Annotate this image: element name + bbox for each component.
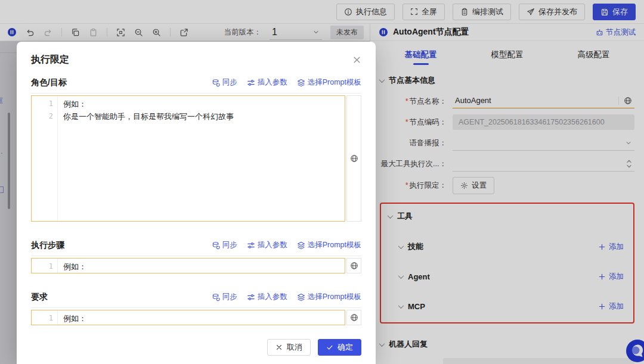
insert-params-icon	[247, 79, 255, 87]
section-role-goal-header: 角色/目标 同步 插入参数 选择Prompt模板	[31, 72, 361, 94]
exec-steps-editor-content: 例如：	[58, 259, 86, 273]
insert-params-icon	[247, 241, 255, 250]
exec-steps-editor[interactable]: 1 例如：	[31, 258, 345, 273]
cancel-button[interactable]: 取消	[267, 339, 311, 356]
requirements-editor[interactable]: 1 例如：	[31, 310, 345, 325]
confirm-button[interactable]: 确定	[318, 339, 361, 356]
prompt-template-icon	[297, 79, 305, 87]
line-number-gutter: 1	[32, 259, 58, 273]
editor-line: 你是一个智能助手，目标是帮我编写一个科幻故事	[63, 110, 234, 123]
section-requirements-title: 要求	[31, 292, 48, 303]
insert-params-label: 插入参数	[258, 77, 287, 88]
select-prompt-template-label: 选择Prompt模板	[308, 240, 361, 250]
confirm-label: 确定	[338, 342, 353, 353]
check-icon	[326, 344, 333, 351]
globe-icon[interactable]	[346, 310, 361, 325]
section-actions: 同步 插入参数 选择Prompt模板	[212, 240, 361, 250]
role-goal-editor-content: 例如： 你是一个智能助手，目标是帮我编写一个科幻故事	[58, 96, 234, 221]
line-number: 1	[32, 98, 53, 110]
section-requirements: 要求 同步 插入参数 选择Prompt模板 1 例如：	[31, 287, 361, 325]
cancel-label: 取消	[287, 342, 302, 353]
globe-icon[interactable]	[346, 95, 361, 222]
line-number: 1	[32, 260, 53, 273]
section-actions: 同步 插入参数 选择Prompt模板	[212, 292, 361, 302]
line-number-gutter: 1 2	[32, 96, 58, 221]
sync-label: 同步	[222, 292, 237, 302]
close-icon[interactable]	[352, 55, 361, 64]
line-number: 2	[32, 110, 53, 123]
editor-line: 例如：	[63, 260, 86, 273]
line-number: 1	[32, 312, 53, 325]
line-number-gutter: 1	[32, 310, 58, 325]
insert-params-link[interactable]: 插入参数	[247, 77, 287, 88]
globe-icon[interactable]	[346, 258, 361, 273]
insert-params-icon	[247, 293, 255, 301]
modal-header: 执行限定	[17, 42, 376, 71]
sync-link[interactable]: 同步	[212, 292, 237, 302]
select-prompt-template-link[interactable]: 选择Prompt模板	[297, 240, 361, 250]
section-exec-steps-title: 执行步骤	[31, 240, 64, 251]
prompt-template-icon	[297, 293, 305, 301]
role-goal-editor[interactable]: 1 2 例如： 你是一个智能助手，目标是帮我编写一个科幻故事	[31, 95, 345, 222]
sync-icon	[212, 79, 220, 87]
insert-params-link[interactable]: 插入参数	[247, 292, 287, 302]
insert-params-link[interactable]: 插入参数	[247, 240, 287, 250]
modal-footer: 取消 确定	[17, 339, 376, 364]
insert-params-label: 插入参数	[258, 240, 287, 250]
prompt-template-icon	[297, 241, 305, 250]
section-exec-steps-header: 执行步骤 同步 插入参数 选择Prompt模板	[31, 235, 361, 256]
requirements-editor-wrap: 1 例如：	[31, 310, 361, 325]
section-role-goal-title: 角色/目标	[31, 77, 67, 88]
sync-link[interactable]: 同步	[212, 240, 237, 250]
select-prompt-template-link[interactable]: 选择Prompt模板	[297, 292, 361, 302]
modal-title: 执行限定	[31, 54, 69, 66]
editor-line: 例如：	[63, 312, 86, 325]
close-icon	[275, 344, 283, 351]
role-goal-editor-wrap: 1 2 例如： 你是一个智能助手，目标是帮我编写一个科幻故事	[31, 95, 361, 222]
exec-steps-editor-wrap: 1 例如：	[31, 258, 361, 273]
modal-body: 角色/目标 同步 插入参数 选择Prompt模板 1 2 例如： 你是一个智能助…	[17, 71, 376, 339]
select-prompt-template-label: 选择Prompt模板	[308, 292, 361, 302]
section-requirements-header: 要求 同步 插入参数 选择Prompt模板	[31, 287, 361, 308]
sync-icon	[212, 293, 220, 301]
insert-params-label: 插入参数	[258, 292, 287, 302]
sync-label: 同步	[222, 240, 237, 250]
select-prompt-template-link[interactable]: 选择Prompt模板	[297, 77, 361, 88]
exec-limit-modal: 执行限定 角色/目标 同步 插入参数 选择Prompt模板 1 2	[17, 42, 376, 364]
sync-label: 同步	[222, 77, 237, 88]
requirements-editor-content: 例如：	[58, 310, 86, 325]
section-actions: 同步 插入参数 选择Prompt模板	[212, 77, 361, 88]
editor-line: 例如：	[63, 98, 234, 110]
sync-icon	[212, 241, 220, 250]
sync-link[interactable]: 同步	[212, 77, 237, 88]
section-exec-steps: 执行步骤 同步 插入参数 选择Prompt模板 1 例如：	[31, 235, 361, 273]
select-prompt-template-label: 选择Prompt模板	[308, 77, 361, 88]
section-role-goal: 角色/目标 同步 插入参数 选择Prompt模板 1 2 例如： 你是一个智能助…	[31, 72, 361, 222]
